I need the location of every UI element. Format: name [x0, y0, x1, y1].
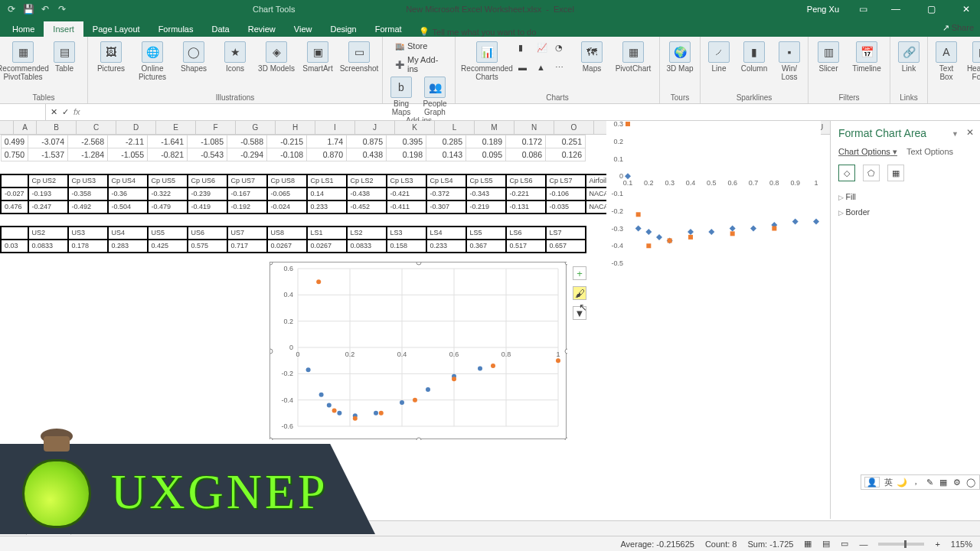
tab-insert[interactable]: Insert — [44, 21, 83, 37]
ime-user-icon[interactable]: 👤 — [864, 477, 880, 487]
name-box[interactable] — [0, 104, 46, 120]
tab-formulas[interactable]: Formulas — [149, 21, 203, 37]
svg-rect-21 — [646, 243, 651, 248]
svg-point-63 — [316, 279, 321, 284]
ribbon: ▦Recommended PivotTables ▤Table Tables 🖼… — [0, 37, 980, 104]
pivotchart-button[interactable]: ▦PivotChart — [612, 40, 655, 81]
tab-data[interactable]: Data — [202, 21, 238, 37]
embedded-chart-selected[interactable]: 00.20.40.60.81-0.6-0.4-0.200.20.40.6 — [270, 262, 567, 439]
view-page-layout-icon[interactable]: ▤ — [822, 539, 830, 549]
ime-toolbar[interactable]: 👤 英🌙⸴✎▦⚙◯ — [861, 474, 980, 490]
sheet-nav-next-icon[interactable]: ▸ — [9, 523, 14, 533]
pie-chart-icon[interactable]: ◔ — [555, 43, 570, 55]
scatter-chart-icon[interactable]: ⋯ — [555, 63, 570, 75]
view-page-break-icon[interactable]: ▭ — [841, 539, 848, 549]
screenshot-button[interactable]: ▭Screenshot — [341, 40, 377, 81]
close-icon[interactable]: ✕ — [952, 0, 980, 18]
fx-icon[interactable]: fx — [74, 107, 80, 117]
fill-section[interactable]: Fill — [838, 189, 972, 204]
pictures-button[interactable]: 🖼Pictures — [93, 40, 129, 81]
store-button[interactable]: 🏬 Store — [392, 40, 430, 52]
icons-button[interactable]: ★Icons — [217, 40, 253, 81]
tab-review[interactable]: Review — [239, 21, 285, 37]
svg-text:0.4: 0.4 — [283, 291, 293, 298]
effects-icon[interactable]: ⬠ — [863, 165, 880, 181]
svg-point-67 — [413, 398, 417, 403]
svg-text:0.5: 0.5 — [707, 179, 717, 187]
user-name[interactable]: Peng Xu — [807, 5, 839, 14]
svg-text:0.7: 0.7 — [749, 179, 759, 187]
tab-home[interactable]: Home — [3, 21, 44, 37]
ribbon-display-icon[interactable]: ▭ — [851, 0, 874, 18]
shapes-button[interactable]: ◯Shapes — [175, 40, 212, 81]
zoom-slider[interactable] — [878, 543, 924, 546]
people-graph[interactable]: 👥People Graph — [420, 75, 450, 116]
sparkline-line[interactable]: ⟋Line — [705, 40, 733, 81]
bing-maps[interactable]: bBing Maps — [387, 75, 415, 116]
online-pictures[interactable]: 🌐Online Pictures — [134, 40, 171, 81]
chart-options-tab[interactable]: Chart Options ▾ — [838, 147, 897, 157]
zoom-level[interactable]: 115% — [951, 540, 972, 549]
redo-icon[interactable]: ↷ — [55, 2, 69, 16]
chart-styles-button[interactable]: 🖌 — [573, 286, 586, 300]
tell-me[interactable]: 💡Tell me what you want to do — [419, 27, 537, 37]
column-chart-icon[interactable]: ▮ — [518, 43, 534, 55]
tab-page-layout[interactable]: Page Layout — [83, 21, 149, 37]
svg-point-68 — [452, 377, 456, 381]
pane-close-icon[interactable]: ✕ — [966, 127, 974, 138]
header-footer[interactable]: ▤Header & Footer — [965, 40, 980, 81]
status-average: Average: -0.215625 — [620, 540, 694, 549]
tab-design[interactable]: Design — [321, 21, 365, 37]
bar-chart-icon[interactable]: ▬ — [518, 63, 534, 75]
sheet-tab[interactable]: Sheet1 — [26, 522, 71, 535]
svg-text:0.4: 0.4 — [397, 350, 407, 358]
embedded-chart-topright[interactable]: -0.5-0.4-0.3-0.2-0.100.10.20.30.10.20.30… — [606, 121, 821, 274]
3d-models[interactable]: ◈3D Models — [258, 40, 295, 81]
file-name: New Microsoft Excel Worksheet.xlsx — [406, 5, 541, 14]
svg-text:-0.4: -0.4 — [611, 242, 623, 249]
svg-text:0.2: 0.2 — [283, 318, 293, 325]
maximize-icon[interactable]: ▢ — [917, 0, 945, 18]
text-options-tab[interactable]: Text Options — [906, 147, 953, 157]
cancel-formula-icon[interactable]: ✕ — [51, 107, 57, 117]
sparkline-winloss[interactable]: ▪Win/ Loss — [776, 40, 803, 81]
undo-icon[interactable]: ↶ — [38, 2, 52, 16]
view-normal-icon[interactable]: ▦ — [804, 539, 812, 549]
slicer-button[interactable]: ▥Slicer — [813, 40, 844, 73]
enter-formula-icon[interactable]: ✓ — [62, 107, 69, 117]
autosave-icon[interactable]: ⟳ — [5, 2, 18, 16]
sparkline-column[interactable]: ▮Column — [737, 40, 771, 81]
link-button[interactable]: 🔗Link — [895, 40, 923, 73]
zoom-out-icon[interactable]: — — [859, 540, 867, 549]
fill-line-icon[interactable]: ◇ — [838, 165, 855, 181]
recommended-pivottables[interactable]: ▦Recommended PivotTables — [5, 40, 41, 81]
svg-point-59 — [400, 400, 404, 405]
text-box[interactable]: AText Box — [933, 40, 960, 81]
new-sheet-icon[interactable]: + — [76, 523, 87, 534]
area-chart-icon[interactable]: ▲ — [537, 63, 552, 75]
timeline-button[interactable]: 📅Timeline — [848, 40, 885, 73]
tab-view[interactable]: View — [285, 21, 322, 37]
svg-text:0.9: 0.9 — [790, 179, 800, 187]
pane-dropdown-icon[interactable]: ▼ — [952, 130, 959, 138]
save-icon[interactable]: 💾 — [21, 2, 35, 16]
minimize-icon[interactable]: — — [882, 0, 910, 18]
svg-text:-0.2: -0.2 — [281, 370, 293, 377]
chart-elements-button[interactable]: + — [573, 266, 586, 280]
svg-point-69 — [491, 364, 495, 368]
maps-button[interactable]: 🗺Maps — [577, 40, 607, 81]
svg-text:0.3: 0.3 — [665, 179, 675, 187]
smartart-button[interactable]: ▣SmartArt — [299, 40, 336, 81]
zoom-in-icon[interactable]: + — [935, 540, 939, 549]
my-addins[interactable]: ➕ My Add-ins — [392, 54, 446, 75]
svg-text:-0.6: -0.6 — [281, 422, 293, 430]
3d-map[interactable]: 🌍3D Map — [665, 40, 695, 73]
size-properties-icon[interactable]: ▦ — [887, 165, 904, 181]
line-chart-icon[interactable]: 📈 — [537, 43, 552, 55]
recommended-charts[interactable]: 📊Recommended Charts — [460, 40, 514, 81]
table-button[interactable]: ▤Table — [46, 40, 83, 81]
svg-rect-19 — [626, 122, 630, 126]
border-section[interactable]: Border — [838, 204, 972, 220]
tab-format[interactable]: Format — [366, 21, 411, 37]
share-button[interactable]: ↗ Share — [942, 23, 974, 33]
